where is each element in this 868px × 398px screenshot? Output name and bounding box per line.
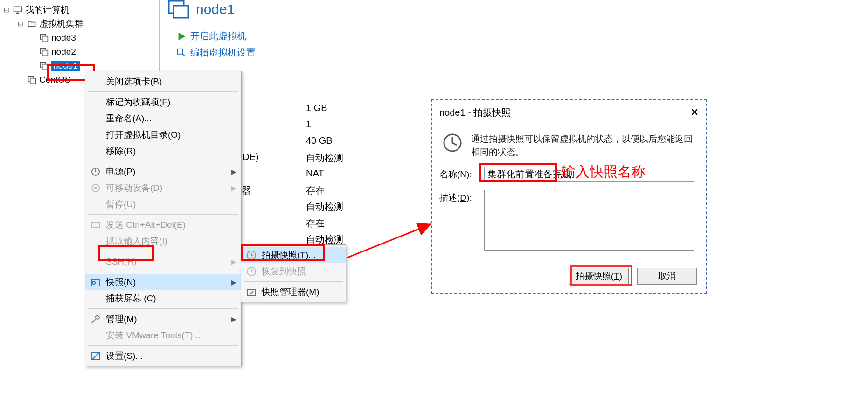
menu-close-tab[interactable]: 关闭选项卡(B) — [85, 73, 241, 90]
blank-icon — [90, 76, 101, 87]
snapshot-submenu: 拍摄快照(T)... 恢复到快照 快照管理器(M) — [241, 244, 346, 302]
svg-rect-2 — [42, 36, 48, 42]
device-icon — [90, 182, 101, 194]
label-part: ): — [466, 169, 472, 179]
menu-manage[interactable]: 管理(M) ▶ — [85, 311, 241, 327]
wrench-icon — [90, 314, 101, 325]
menu-label: 可移动设备(D) — [106, 182, 162, 194]
menu-separator — [88, 345, 238, 346]
vm-large-icon — [168, 0, 190, 19]
play-icon — [176, 31, 187, 42]
vm-icon — [27, 75, 36, 84]
menu-label: SSH(H) — [106, 257, 136, 267]
settings-icon — [90, 350, 101, 362]
chevron-right-icon: ▶ — [231, 315, 236, 323]
submenu-revert: 恢复到快照 — [241, 263, 346, 279]
annotation-arrow — [345, 220, 438, 262]
menu-capture[interactable]: 捕获屏幕 (C) — [85, 290, 241, 307]
hw-label-fragment: 器 — [242, 184, 251, 197]
tree-cluster-label: 虚拟机集群 — [39, 18, 83, 30]
menu-label: 暂停(U) — [106, 198, 136, 210]
tree-item-label: CentOS — [39, 75, 71, 85]
menu-ssh: SSH(H) ▶ — [85, 253, 241, 270]
start-vm-link[interactable]: 开启此虚拟机 — [176, 30, 410, 42]
menu-remove[interactable]: 移除(R) — [85, 143, 241, 159]
menu-label: 拍摄快照(T)... — [262, 249, 316, 261]
edit-vm-label: 编辑虚拟机设置 — [190, 46, 256, 59]
hw-print: 存在 — [306, 217, 343, 233]
close-button[interactable]: ✕ — [690, 106, 699, 119]
vm-icon — [39, 61, 49, 70]
menu-separator — [88, 214, 238, 215]
label-part: ): — [466, 193, 472, 202]
chevron-right-icon: ▶ — [231, 184, 236, 192]
menu-install-tools: 安装 VMware Tools(T)... — [85, 327, 241, 343]
hw-memory: 1 GB — [306, 103, 343, 119]
blank-icon — [90, 256, 101, 267]
keyboard-icon — [90, 219, 101, 230]
menu-label: 快照(N) — [106, 276, 136, 288]
menu-label: 安装 VMware Tools(T)... — [106, 329, 200, 342]
btn-part: ) — [619, 271, 622, 281]
submenu-manager[interactable]: 快照管理器(M) — [241, 284, 346, 300]
menu-settings[interactable]: 设置(S)... — [85, 348, 241, 364]
snapshot-name-input[interactable] — [484, 167, 694, 182]
menu-separator — [244, 281, 343, 282]
tree-node-row[interactable]: node2 — [0, 45, 159, 59]
blank-icon — [90, 236, 101, 247]
svg-rect-0 — [14, 7, 22, 12]
menu-open-dir[interactable]: 打开虚拟机目录(O) — [85, 126, 241, 143]
tree-collapse-icon[interactable]: ⊟ — [3, 6, 10, 14]
menu-label: 抓取输入内容(I) — [106, 235, 167, 247]
svg-rect-15 — [91, 223, 100, 227]
menu-favorite[interactable]: 标记为收藏项(F) — [85, 94, 241, 110]
menu-snapshot[interactable]: 快照(N) ▶ — [85, 274, 241, 290]
tree-root-label: 我的计算机 — [25, 4, 69, 16]
menu-separator — [88, 308, 238, 309]
menu-label: 快照管理器(M) — [262, 286, 319, 298]
snapshot-desc-input[interactable] — [484, 190, 694, 251]
hw-cpu: 1 — [306, 119, 343, 135]
tree-root-row[interactable]: ⊟ 我的计算机 — [0, 3, 159, 17]
menu-removable: 可移动设备(D) ▶ — [85, 180, 241, 196]
blank-icon — [90, 97, 101, 108]
tree-item-label: node3 — [51, 33, 76, 43]
tree-cluster-row[interactable]: ⊟ 虚拟机集群 — [0, 17, 159, 31]
revert-icon — [246, 266, 257, 277]
menu-separator — [88, 272, 238, 272]
desc-label: 描述(D): — [439, 190, 484, 204]
chevron-right-icon: ▶ — [231, 258, 236, 265]
menu-label: 捕获屏幕 (C) — [106, 293, 156, 305]
btn-accelerator: T — [614, 271, 619, 281]
take-snapshot-button[interactable]: 拍摄快照(T) — [569, 268, 629, 285]
edit-vm-link[interactable]: 编辑虚拟机设置 — [176, 46, 410, 59]
tree-collapse-icon[interactable]: ⊟ — [17, 20, 24, 28]
tree-item-label: node2 — [51, 47, 76, 57]
tree-node-row[interactable]: node3 — [0, 31, 159, 45]
menu-power[interactable]: 电源(P) ▶ — [85, 163, 241, 180]
hw-label-fragment: DE) — [243, 152, 258, 162]
menu-separator — [88, 91, 238, 92]
blank-icon — [90, 146, 101, 157]
dialog-info-text: 通过拍摄快照可以保留虚拟机的状态，以便以后您能返回相同的状态。 — [471, 133, 699, 158]
menu-separator — [88, 161, 238, 161]
vm-icon — [39, 33, 49, 42]
menu-label: 设置(S)... — [106, 350, 143, 362]
menu-rename[interactable]: 重命名(A)... — [85, 110, 241, 126]
vm-detail-pane: node1 开启此虚拟机 编辑虚拟机设置 — [168, 0, 410, 63]
svg-rect-8 — [30, 78, 36, 84]
menu-grab-input: 抓取输入内容(I) — [85, 233, 241, 249]
label-accelerator: D — [460, 193, 466, 202]
hw-net: NAT — [306, 168, 343, 184]
svg-point-14 — [94, 187, 97, 189]
label-accelerator: N — [460, 169, 466, 179]
computer-icon — [13, 5, 22, 14]
clock-icon — [442, 133, 463, 153]
btn-part: 拍摄快照( — [576, 271, 614, 281]
submenu-take-snapshot[interactable]: 拍摄快照(T)... — [241, 247, 346, 263]
hw-cd: 自动检测 — [306, 152, 343, 168]
dialog-titlebar: node1 - 拍摄快照 ✕ — [439, 105, 699, 120]
svg-rect-10 — [174, 6, 188, 18]
cancel-button[interactable]: 取消 — [637, 268, 697, 285]
svg-line-22 — [347, 224, 431, 258]
